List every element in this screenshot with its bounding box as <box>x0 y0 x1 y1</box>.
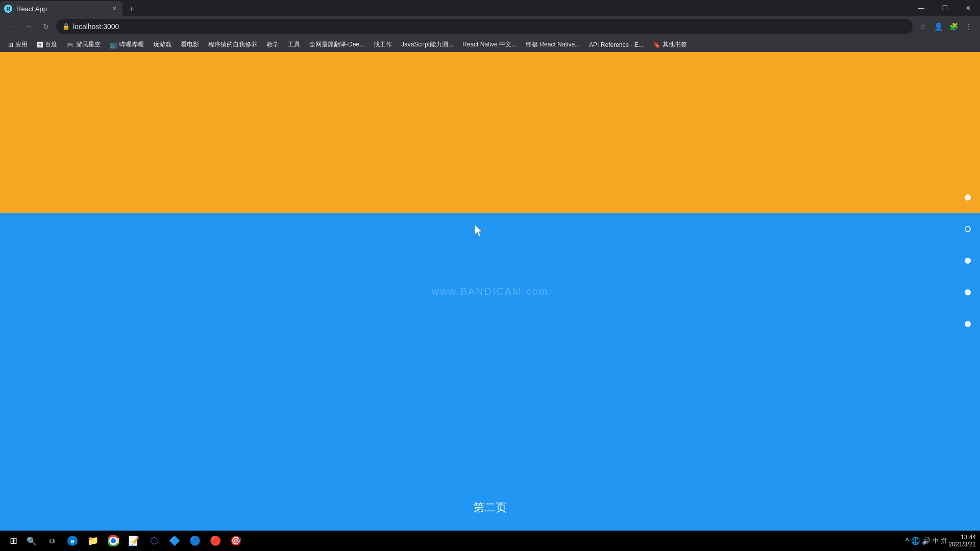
svg-point-3 <box>111 538 116 543</box>
clock-date: 2021/3/21 <box>949 541 976 548</box>
taskbar-clock[interactable]: 13:44 2021/3/21 <box>949 534 976 548</box>
bookmark-star-button[interactable]: ☆ <box>916 19 930 34</box>
nav-dots <box>965 52 971 531</box>
close-button[interactable]: ✕ <box>957 0 980 16</box>
address-bar-container[interactable]: 🔒 <box>56 19 913 34</box>
taskbar-chrome[interactable] <box>104 532 122 550</box>
toolbar-icons: ☆ 👤 🧩 ⋮ <box>916 19 976 34</box>
bookmark-translate[interactable]: 全网最屌翻译-Dee... <box>305 39 369 51</box>
taskbar-taskview[interactable]: ⧉ <box>43 532 61 550</box>
section-orange <box>0 52 980 213</box>
maximize-button[interactable]: ❐ <box>933 0 957 16</box>
page-content: www.BANDICAM.com 第二页 <box>0 52 980 531</box>
taskbar-start-button[interactable]: ⊞ <box>4 532 22 550</box>
bookmark-other[interactable]: 🔖 其他书签 <box>649 39 691 51</box>
title-bar: R React App ✕ + — ❐ ✕ <box>0 0 980 16</box>
tab-bar: R React App ✕ + <box>0 0 139 16</box>
forward-button[interactable]: → <box>21 19 36 34</box>
page-label: 第二页 <box>473 500 507 515</box>
tray-volume[interactable]: 🔊 <box>922 537 930 545</box>
tray-ime[interactable]: 中 <box>933 537 939 545</box>
nav-dot-2[interactable] <box>965 226 971 232</box>
bookmark-bilibili[interactable]: 📺 哔哩哔哩 <box>106 39 148 51</box>
window-controls: — ❐ ✕ <box>910 0 980 16</box>
tray-network[interactable]: 🌐 <box>911 537 920 545</box>
bookmark-games[interactable]: 玩游戏 <box>149 39 176 51</box>
tab-favicon: R <box>4 5 12 13</box>
bookmarks-bar: ⊞ 应用 🅱 百度 🎮 游民星空 📺 哔哩哔哩 玩游戏 看电影 程序猿的自我修养… <box>0 37 980 52</box>
browser-window: R React App ✕ + — ❐ ✕ ← → ↻ 🔒 ☆ 👤 🧩 ⋮ <box>0 0 980 551</box>
menu-button[interactable]: ⋮ <box>962 19 976 34</box>
taskbar-files[interactable]: 📁 <box>84 532 102 550</box>
bookmark-youmin[interactable]: 🎮 游民星空 <box>62 39 105 51</box>
tab-title: React App <box>16 5 106 13</box>
svg-point-2 <box>108 536 118 546</box>
bookmark-movies[interactable]: 看电影 <box>177 39 203 51</box>
svg-point-0 <box>67 536 78 546</box>
taskbar-app9[interactable]: 🔵 <box>186 532 204 550</box>
bookmark-apps[interactable]: ⊞ 应用 <box>4 39 32 51</box>
minimize-button[interactable]: — <box>910 0 933 16</box>
bookmark-rn-zh[interactable]: React Native 中文... <box>458 39 521 51</box>
section-blue <box>0 213 980 531</box>
new-tab-button[interactable]: + <box>125 2 139 16</box>
nav-dot-3[interactable] <box>965 258 971 264</box>
svg-text:e: e <box>70 537 74 545</box>
taskbar-app8[interactable]: 🔷 <box>165 532 184 550</box>
reload-button[interactable]: ↻ <box>39 19 53 34</box>
bookmark-api-ref[interactable]: API Reference - E... <box>585 39 648 51</box>
lock-icon: 🔒 <box>62 23 70 30</box>
nav-dot-5[interactable] <box>965 321 971 327</box>
extensions-button[interactable]: 🧩 <box>946 19 961 34</box>
taskbar-system-tray: ^ 🌐 🔊 中 拼 13:44 2021/3/21 <box>905 534 976 548</box>
nav-dot-4[interactable] <box>965 289 971 295</box>
bookmark-js[interactable]: JavaScript能力测... <box>397 39 457 51</box>
bookmark-coder[interactable]: 程序猿的自我修养 <box>204 39 261 51</box>
taskbar-app11[interactable]: 🎯 <box>227 532 245 550</box>
toolbar: ← → ↻ 🔒 ☆ 👤 🧩 ⋮ <box>0 16 980 37</box>
taskbar: ⊞ 🔍 ⧉ e 📁 📝 ⬡ 🔷 <box>0 531 980 551</box>
taskbar-app6[interactable]: 📝 <box>125 532 143 550</box>
bookmark-baidu[interactable]: 🅱 百度 <box>33 39 61 51</box>
tray-ime2[interactable]: 拼 <box>941 537 947 545</box>
back-button[interactable]: ← <box>4 19 18 34</box>
bookmark-tools[interactable]: 工具 <box>284 39 304 51</box>
taskbar-app7[interactable]: ⬡ <box>145 532 163 550</box>
taskbar-edge[interactable]: e <box>63 532 82 550</box>
tray-expand[interactable]: ^ <box>905 537 909 545</box>
nav-dot-1[interactable] <box>965 194 971 201</box>
tab-close-button[interactable]: ✕ <box>110 5 118 13</box>
clock-time: 13:44 <box>949 534 976 541</box>
profile-button[interactable]: 👤 <box>931 19 945 34</box>
active-tab[interactable]: R React App ✕ <box>0 1 122 16</box>
bookmark-teaching[interactable]: 教学 <box>262 39 283 51</box>
bookmark-job[interactable]: 找工作 <box>370 39 396 51</box>
taskbar-apps: 🔍 ⧉ e 📁 📝 ⬡ 🔷 🔵 🔴 <box>22 532 905 550</box>
taskbar-search[interactable]: 🔍 <box>22 532 41 550</box>
bookmark-rn-ultimate[interactable]: 终极 React Native... <box>522 39 584 51</box>
taskbar-app10[interactable]: 🔴 <box>206 532 225 550</box>
address-bar[interactable] <box>73 22 906 31</box>
